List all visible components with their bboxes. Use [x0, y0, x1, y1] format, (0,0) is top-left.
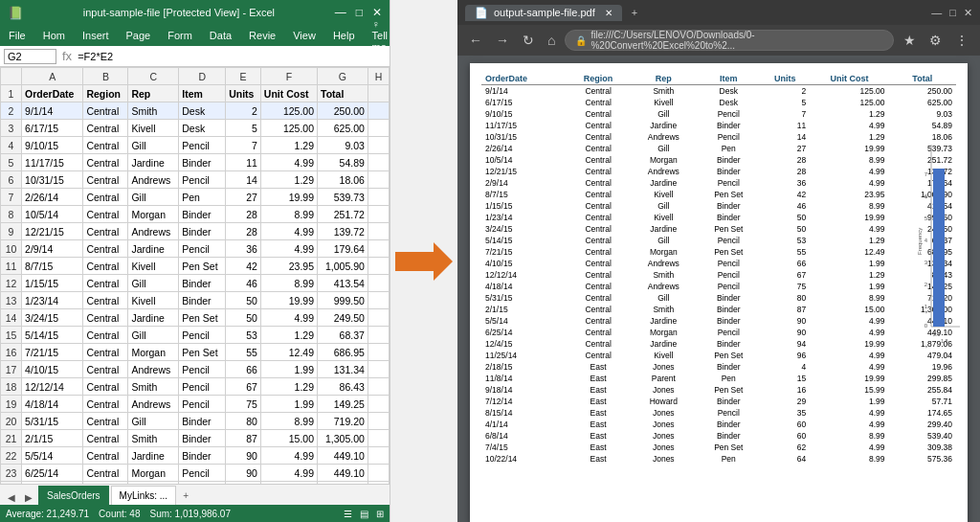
sheet-row[interactable]: 118/7/15CentralKivellPen Set4223.951,005… [1, 258, 390, 275]
pdf-address-bar[interactable]: 🔒 file:///C:/Users/LENOVO/Downloads/0-%2… [565, 30, 894, 51]
sheet-row[interactable]: 912/21/15CentralAndrewsBinder284.99139.7… [1, 223, 390, 240]
spreadsheet[interactable]: A B C D E F G H 1OrderDateRegionRepItemU… [0, 67, 390, 484]
col-header-a[interactable]: A [22, 68, 83, 85]
pdf-table-cell: Jones [630, 384, 697, 396]
pdf-close-btn[interactable]: ✕ [964, 7, 972, 19]
menu-btn[interactable]: ⋮ [951, 31, 972, 50]
sheet-row[interactable]: 205/31/15CentralGillBinder808.99719.20 [1, 413, 390, 430]
sheet-row[interactable]: 167/21/15CentralMorganPen Set5512.49686.… [1, 344, 390, 361]
pdf-table-cell: 10/31/15 [481, 131, 567, 143]
menu-home[interactable]: Hom [38, 28, 70, 43]
view-normal-icon[interactable]: ☰ [344, 509, 352, 519]
sheet-row[interactable]: 143/24/15CentralJardinePen Set504.99249.… [1, 309, 390, 327]
pdf-minimize-btn[interactable]: — [931, 7, 942, 19]
sheet-row[interactable]: 174/10/15CentralAndrewsPencil661.99131.3… [1, 361, 390, 378]
sheet-row[interactable]: 610/31/15CentralAndrewsPencil141.2918.06 [1, 171, 390, 189]
sheet-row[interactable]: 212/1/15CentralSmithBinder8715.001,305.0… [1, 430, 390, 447]
col-header-g[interactable]: G [318, 68, 368, 85]
sheet-cell: 2/1/15 [22, 430, 83, 447]
sheet-cell: 5/5/14 [22, 447, 83, 465]
sheet-row[interactable]: 511/17/15CentralJardineBinder114.9954.89 [1, 154, 390, 171]
sheet-row[interactable]: 121/15/15CentralGillBinder468.99413.54 [1, 275, 390, 292]
sheet-cell: Central [83, 344, 128, 361]
sheet-tab-salesorders[interactable]: SalesOrders [38, 486, 109, 505]
pdf-table-row: 2/26/14CentralGillPen2719.99539.73 [481, 143, 956, 154]
sheet-cell: Central [83, 137, 128, 154]
pdf-table-cell: Jones [630, 453, 697, 465]
sheet-row[interactable]: 1OrderDateRegionRepItemUnitsUnit CostTot… [1, 85, 390, 102]
sheet-row[interactable]: 131/23/14CentralKivellBinder5019.99999.5… [1, 292, 390, 309]
pdf-table-cell: Binder [697, 315, 760, 327]
home-btn[interactable]: ⌂ [544, 31, 559, 50]
col-header-f[interactable]: F [260, 68, 317, 85]
sheet-cell: 46 [226, 275, 261, 292]
sheet-nav-right[interactable]: ▶ [21, 490, 36, 505]
pdf-table-cell: Pencil [697, 407, 760, 419]
sheet-cell: Andrews [128, 223, 179, 240]
col-header-h[interactable]: H [368, 68, 389, 85]
pdf-table-cell: Pen Set [697, 246, 760, 258]
col-header-c[interactable]: C [128, 68, 179, 85]
menu-insert[interactable]: Insert [78, 28, 114, 43]
menu-data[interactable]: Data [205, 28, 236, 43]
menu-form[interactable]: Form [163, 28, 197, 43]
pdf-table-cell: 6/25/14 [481, 327, 567, 338]
column-header-row: A B C D E F G H [1, 68, 390, 85]
view-page-icon[interactable]: ▤ [360, 509, 368, 519]
menu-file[interactable]: File [4, 28, 31, 43]
sheet-tab-mylinks[interactable]: MyLinks: ... [111, 486, 177, 505]
menu-help[interactable]: Help [328, 28, 360, 43]
menu-review[interactable]: Revie [244, 28, 280, 43]
sheet-row[interactable]: 29/1/14CentralSmithDesk2125.00250.00 [1, 102, 390, 120]
sheet-cell: Jardine [128, 240, 179, 258]
sheet-row[interactable]: 155/14/15CentralGillPencil531.2968.37 [1, 327, 390, 344]
sheet-cell: Central [83, 154, 128, 171]
excel-maximize-btn[interactable]: □ [356, 6, 363, 19]
sheet-row[interactable]: 225/5/14CentralJardineBinder904.99449.10 [1, 447, 390, 465]
pdf-maximize-btn[interactable]: □ [949, 7, 956, 19]
sheet-row[interactable]: 36/17/15CentralKivellDesk5125.00625.00 [1, 120, 390, 137]
svg-text:2.0: 2.0 [933, 331, 941, 337]
sheet-tab-more[interactable]: + [178, 486, 193, 505]
new-tab-btn[interactable]: + [626, 7, 643, 18]
pdf-table-cell: Pencil [697, 108, 760, 120]
sheet-row[interactable]: 1812/12/14CentralSmithPencil671.2986.43 [1, 378, 390, 396]
pdf-table-cell: Parent [630, 373, 697, 384]
sheet-cell: 67 [226, 378, 261, 396]
sheet-cell: Binder [179, 430, 226, 447]
pdf-tab-close[interactable]: ✕ [605, 8, 612, 18]
cell-reference-box[interactable] [4, 49, 56, 64]
sheet-row[interactable]: 102/9/14CentralJardinePencil364.99179.64 [1, 240, 390, 258]
row-header: 6 [1, 171, 22, 189]
sheet-cell: Central [83, 206, 128, 223]
pdf-table-cell: 4.99 [810, 315, 888, 327]
reload-btn[interactable]: ↻ [519, 31, 538, 50]
sheet-cell: 27 [226, 189, 261, 206]
frequency-chart: 7 6 5 4 3 2 1 0 2.0 1.8 Frequency [914, 140, 962, 351]
col-header-d[interactable]: D [179, 68, 226, 85]
sheet-cell: 413.54 [318, 275, 368, 292]
bookmark-btn[interactable]: ★ [900, 31, 920, 50]
sheet-row[interactable]: 810/5/14CentralMorganBinder288.99251.72 [1, 206, 390, 223]
sheet-nav-left[interactable]: ◀ [4, 490, 19, 505]
excel-minimize-btn[interactable]: — [335, 6, 346, 19]
pdf-tab[interactable]: 📄 output-sample-file.pdf ✕ [465, 5, 622, 21]
pdf-table-cell: 11 [760, 120, 810, 131]
back-btn[interactable]: ← [465, 31, 486, 50]
sheet-row[interactable]: 194/18/14CentralAndrewsPencil751.99149.2… [1, 396, 390, 413]
forward-btn[interactable]: → [492, 31, 513, 50]
menu-view[interactable]: View [288, 28, 321, 43]
col-header-e[interactable]: E [226, 68, 261, 85]
col-header-b[interactable]: B [83, 68, 128, 85]
sheet-cell: Central [83, 223, 128, 240]
menu-page[interactable]: Page [121, 28, 155, 43]
pdf-table-cell: 46 [760, 200, 810, 212]
pdf-table-cell: 4.99 [810, 327, 888, 338]
extensions-btn[interactable]: ⚙ [925, 31, 946, 50]
sheet-row[interactable]: 236/25/14CentralMorganPencil904.99449.10 [1, 465, 390, 482]
sheet-row[interactable]: 72/26/14CentralGillPen2719.99539.73 [1, 189, 390, 206]
view-break-icon[interactable]: ⊞ [376, 509, 384, 519]
sheet-row[interactable]: 49/10/15CentralGillPencil71.299.03 [1, 137, 390, 154]
sheet-cell: Pencil [179, 465, 226, 482]
pdf-url: file:///C:/Users/LENOVO/Downloads/0-%20C… [590, 30, 883, 51]
